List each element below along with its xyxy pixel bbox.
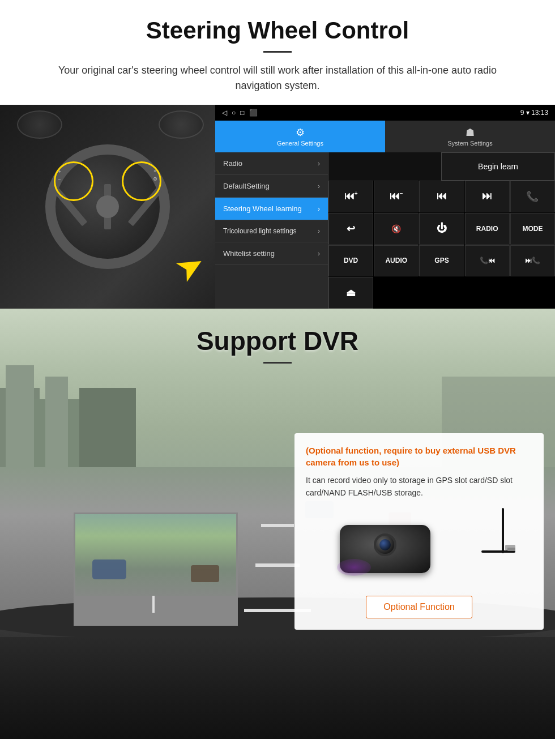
- chevron-icon: ›: [318, 227, 320, 235]
- menu-whitelist-label: Whitelist setting: [223, 249, 275, 258]
- steering-wheel: +− ≡⚙: [45, 144, 170, 269]
- system-icon: ☗: [466, 126, 475, 139]
- chevron-icon: ›: [318, 182, 320, 190]
- next-icon: ⏭: [482, 190, 492, 202]
- menu-item-defaultsetting[interactable]: DefaultSetting ›: [215, 175, 328, 198]
- menu-steering-label: Steering Wheel learning: [223, 204, 302, 213]
- menu-item-radio[interactable]: Radio ›: [215, 152, 328, 175]
- menu-icon[interactable]: ⬛: [249, 109, 258, 117]
- menu-item-tricoloured[interactable]: Tricoloured light settings ›: [215, 220, 328, 242]
- dvd-button[interactable]: DVD: [328, 245, 373, 277]
- back-call-button[interactable]: ↩: [328, 213, 373, 245]
- back-call-icon: ↩: [347, 223, 355, 235]
- audio-label: AUDIO: [385, 257, 407, 264]
- tab-system-label: System Settings: [447, 140, 492, 147]
- page-title: Steering Wheel Control: [34, 17, 521, 44]
- control-panel: Begin learn ⏮+ ⏮− ⏮ ⏭: [328, 152, 555, 309]
- dvd-label: DVD: [344, 257, 358, 264]
- dvr-title: Support DVR: [0, 326, 555, 356]
- vol-up-button[interactable]: ⏮+: [328, 181, 373, 212]
- tab-general-label: General Settings: [277, 140, 323, 147]
- status-bar: ◁ ○ □ ⬛ 9 ▾ 13:13: [215, 105, 555, 121]
- phone-next-icon: ⏭📞: [525, 257, 540, 264]
- phone-button[interactable]: 📞: [510, 181, 555, 212]
- chevron-icon: ›: [318, 250, 320, 258]
- tab-general-settings[interactable]: ⚙ General Settings: [215, 121, 385, 152]
- nav-icons: ◁ ○ □ ⬛: [222, 109, 258, 117]
- radio-button[interactable]: RADIO: [465, 213, 510, 245]
- home-icon[interactable]: ○: [232, 109, 236, 117]
- menu-default-label: DefaultSetting: [223, 182, 270, 190]
- steering-section: +− ≡⚙ ➤ ◁ ○ □ ⬛ 9 ▾ 13:13 ⚙ General Se: [0, 105, 555, 309]
- menu-tricoloured-label: Tricoloured light settings: [223, 227, 297, 235]
- title-divider: [263, 51, 292, 53]
- begin-learn-row: Begin learn: [328, 152, 555, 181]
- optional-function-button[interactable]: Optional Function: [366, 596, 472, 618]
- chevron-icon: ›: [318, 160, 320, 168]
- gear-icon: ⚙: [296, 126, 305, 139]
- prev-button[interactable]: ⏮: [419, 181, 464, 212]
- mode-label: MODE: [522, 225, 543, 233]
- vol-down-icon: ⏮−: [390, 190, 403, 202]
- android-tabs: ⚙ General Settings ☗ System Settings: [215, 121, 555, 152]
- menu-item-steering-wheel[interactable]: Steering Wheel learning ›: [215, 198, 328, 220]
- vol-up-icon: ⏮+: [344, 190, 358, 202]
- phone-icon: 📞: [526, 190, 539, 203]
- recents-icon[interactable]: □: [240, 109, 244, 117]
- vol-down-button[interactable]: ⏮−: [374, 181, 419, 212]
- gps-button[interactable]: GPS: [419, 245, 464, 277]
- phone-prev-icon: 📞⏮: [480, 257, 495, 264]
- steering-wheel-image: +− ≡⚙ ➤: [0, 105, 215, 309]
- phone-prev-button[interactable]: 📞⏮: [465, 245, 510, 277]
- android-panel: ◁ ○ □ ⬛ 9 ▾ 13:13 ⚙ General Settings ☗ S…: [215, 105, 555, 309]
- dvr-camera-illustration: [323, 508, 515, 582]
- settings-menu: Radio › DefaultSetting › Steering Wheel …: [215, 152, 328, 309]
- android-content: Radio › DefaultSetting › Steering Wheel …: [215, 152, 555, 309]
- phone-next-button[interactable]: ⏭📞: [510, 245, 555, 277]
- menu-item-whitelist[interactable]: Whitelist setting ›: [215, 242, 328, 265]
- tab-system-settings[interactable]: ☗ System Settings: [385, 121, 555, 152]
- mute-button[interactable]: 🔇: [374, 213, 419, 245]
- audio-button[interactable]: AUDIO: [374, 245, 419, 277]
- dvr-description: It can record video only to storage in G…: [306, 474, 532, 499]
- status-time: 9 ▾ 13:13: [520, 109, 548, 117]
- next-button[interactable]: ⏭: [465, 181, 510, 212]
- gps-label: GPS: [434, 257, 449, 264]
- optional-function-text: (Optional function, require to buy exter…: [306, 445, 532, 468]
- dashcam-preview: [74, 512, 238, 626]
- prev-icon: ⏮: [437, 190, 447, 202]
- radio-label: RADIO: [476, 225, 498, 233]
- back-icon[interactable]: ◁: [222, 109, 227, 117]
- control-buttons-grid: ⏮+ ⏮− ⏮ ⏭ 📞 ↩: [328, 181, 555, 309]
- dvr-section: Support DVR (Optional function, require …: [0, 309, 555, 739]
- chevron-icon: ›: [318, 205, 320, 213]
- header-section: Steering Wheel Control Your original car…: [0, 0, 555, 105]
- dvr-divider: [263, 362, 292, 364]
- menu-radio-label: Radio: [223, 159, 242, 168]
- subtitle: Your original car's steering wheel contr…: [34, 63, 521, 93]
- power-icon: ⏻: [437, 223, 447, 234]
- begin-learn-button[interactable]: Begin learn: [441, 152, 555, 181]
- mute-icon: 🔇: [391, 224, 401, 233]
- dvr-title-area: Support DVR: [0, 309, 555, 375]
- dashboard: [0, 614, 555, 739]
- dvr-info-box: (Optional function, require to buy exter…: [294, 433, 544, 630]
- mode-button[interactable]: MODE: [510, 213, 555, 245]
- eject-icon: ⏏: [346, 287, 356, 299]
- eject-button[interactable]: ⏏: [328, 277, 373, 309]
- power-button[interactable]: ⏻: [419, 213, 464, 245]
